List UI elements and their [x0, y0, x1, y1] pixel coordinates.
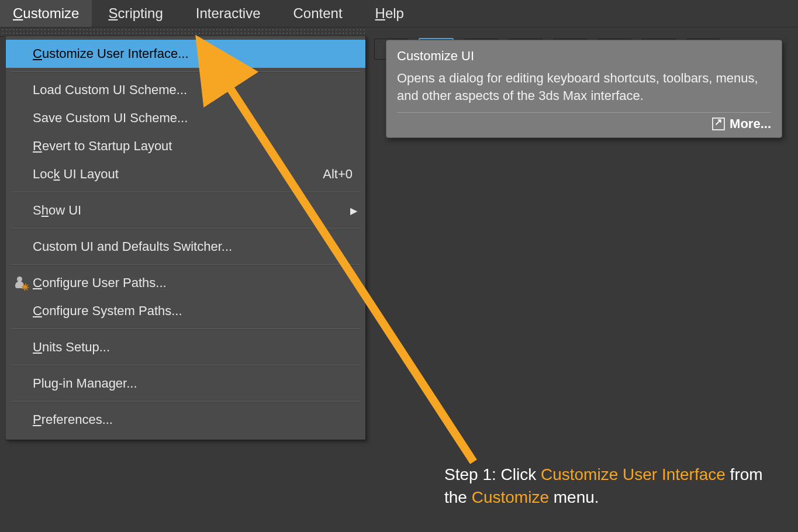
stats-verts-label: Verts:: [457, 232, 507, 251]
tooltip-body: Opens a dialog for editing keyboard shor…: [397, 70, 771, 104]
menu-separator: [11, 71, 361, 72]
stats-polys-label: Polys:: [457, 192, 507, 212]
annotation-caption: Step 1: Click Customize User Interface f…: [444, 463, 783, 509]
menu-item[interactable]: Plug-in Manager...: [6, 369, 365, 398]
menu-item[interactable]: Units Setup...: [6, 333, 365, 361]
stats-tris-a: 0: [507, 212, 569, 232]
menu-item-label: Revert to Startup Layout: [33, 139, 357, 154]
submenu-arrow-icon: ▶: [350, 205, 357, 216]
caption-highlight-2: Customize: [472, 488, 549, 506]
menu-item[interactable]: Configure System Paths...: [6, 297, 365, 325]
menu-item-shortcut: Alt+0: [323, 167, 353, 182]
tooltip-title: Customize UI: [397, 49, 771, 64]
menu-item[interactable]: Preferences...: [6, 406, 365, 434]
menu-item-label: Custom UI and Defaults Switcher...: [33, 239, 357, 254]
menu-item[interactable]: Save Custom UI Scheme...: [6, 104, 365, 132]
caption-prefix: Step 1: Click: [444, 465, 541, 483]
menu-item-label: Configure User Paths...: [33, 275, 357, 291]
menu-item[interactable]: Load Custom UI Scheme...: [6, 76, 365, 104]
menu-scripting[interactable]: Scripting: [92, 0, 179, 27]
menu-item-label: Configure System Paths...: [33, 303, 357, 319]
menu-item[interactable]: Revert to Startup Layout: [6, 132, 365, 160]
menu-customize[interactable]: Customize: [0, 0, 92, 27]
menu-item[interactable]: Custom UI and Defaults Switcher...: [6, 233, 365, 261]
menu-item-label: Preferences...: [33, 412, 357, 427]
caption-suffix: menu.: [549, 488, 599, 506]
menu-item-label: Save Custom UI Scheme...: [33, 110, 357, 126]
menu-item-label: Customize User Interface...: [33, 46, 357, 61]
menu-item[interactable]: Show UI▶: [6, 196, 365, 224]
menu-item[interactable]: Configure User Paths...: [6, 269, 365, 297]
menu-item-label: Lock UI Layout: [33, 167, 323, 182]
tooltip-customize-ui: Customize UI Opens a dialog for editing …: [386, 40, 782, 138]
menu-separator: [11, 264, 361, 265]
stats-polys-b: 0: [569, 192, 591, 212]
tooltip-more-link[interactable]: More...: [730, 116, 771, 132]
viewport-statistics: Total Polys: 0 0 Tris: 0 0 Verts: 0 0 FP…: [457, 171, 592, 289]
menu-help[interactable]: Help: [359, 0, 420, 27]
perspective-viewport[interactable]: [ + ] [ Perspective ] [ User Defined ] […: [444, 134, 792, 421]
stats-polys-a: 0: [507, 192, 569, 212]
stats-verts-a: 0: [507, 232, 569, 251]
toolbar-grip[interactable]: [0, 27, 365, 37]
menu-interactive[interactable]: Interactive: [179, 0, 277, 27]
menu-item-label: Plug-in Manager...: [33, 376, 357, 391]
stats-total-label: Total: [507, 171, 569, 192]
viewport-header[interactable]: [ + ] [ Perspective ] [ User Defined ] […: [451, 138, 718, 151]
viewcube-ring[interactable]: [362, 152, 435, 224]
menu-content[interactable]: Content: [277, 0, 359, 27]
menu-separator: [11, 329, 361, 330]
menu-item[interactable]: Lock UI LayoutAlt+0: [6, 160, 365, 188]
customize-dropdown-menu: Customize User Interface...Load Custom U…: [6, 36, 366, 440]
menu-item-label: Load Custom UI Scheme...: [33, 82, 357, 98]
menu-separator: [11, 401, 361, 402]
external-link-icon: [712, 118, 725, 130]
stats-fps-value: 183.767: [507, 269, 569, 289]
menu-separator: [11, 228, 361, 229]
stats-verts-b: 0: [569, 232, 591, 251]
menu-item[interactable]: Customize User Interface...: [6, 40, 365, 68]
menu-item-label: Units Setup...: [33, 340, 357, 355]
stats-tris-b: 0: [569, 212, 591, 232]
stats-tris-label: Tris:: [457, 212, 507, 232]
caption-highlight-1: Customize User Interface: [541, 465, 726, 483]
menu-separator: [11, 365, 361, 366]
menu-bar: Customize Scripting Interactive Content …: [0, 0, 798, 27]
menu-item-label: Show UI: [33, 203, 350, 218]
user-paths-icon: [9, 276, 33, 290]
stats-fps-label: FPS:: [457, 269, 507, 289]
menu-separator: [11, 192, 361, 193]
